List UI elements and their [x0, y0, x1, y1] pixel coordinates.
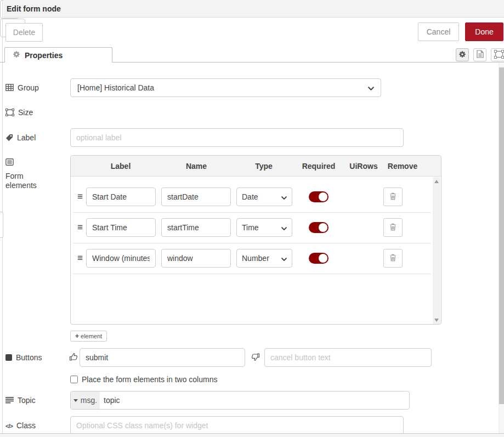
element-type-select[interactable]: Time	[236, 218, 292, 237]
form-element-row: ≡ Date	[71, 188, 433, 206]
label-input[interactable]	[70, 128, 404, 147]
remove-element-button[interactable]	[383, 249, 403, 268]
group-select[interactable]: [Home] Historical Data	[70, 78, 381, 97]
element-name-input[interactable]	[161, 249, 231, 268]
resize-icon	[5, 109, 14, 118]
scrollbar-thumb[interactable]	[499, 67, 504, 404]
cancel-button[interactable]: Cancel	[418, 22, 459, 41]
element-type-value: Date	[242, 192, 258, 201]
dialog-bottom-edge	[0, 433, 504, 437]
gear-icon	[13, 50, 20, 60]
size-field-label: Size	[5, 108, 67, 118]
required-toggle[interactable]	[309, 253, 329, 264]
remove-element-button[interactable]	[383, 218, 403, 237]
element-name-input[interactable]	[161, 188, 231, 206]
trash-icon	[389, 254, 397, 263]
submit-button-text-input[interactable]	[80, 348, 245, 367]
thumbs-up-icon	[69, 353, 78, 361]
chevron-down-icon	[281, 254, 287, 263]
row-divider	[73, 274, 431, 274]
chevron-down-icon	[281, 223, 287, 232]
sidebar-grip[interactable]	[0, 212, 3, 238]
group-select-value: [Home] Historical Data	[77, 83, 154, 92]
gear-icon	[458, 50, 466, 60]
element-type-value: Number	[242, 254, 269, 263]
remove-element-button[interactable]	[383, 188, 403, 206]
col-header-type: Type	[255, 162, 273, 171]
dialog-title: Edit form node	[7, 4, 61, 13]
topic-type-button[interactable]: msg.	[71, 391, 100, 409]
table-scrollbar[interactable]	[433, 177, 440, 325]
topic-typed-input: msg. topic	[70, 391, 410, 410]
dialog-header: Edit form node	[3, 0, 504, 18]
drag-handle-icon[interactable]: ≡	[75, 249, 86, 268]
tab-properties-label: Properties	[25, 51, 63, 60]
form-element-row: ≡ Time	[71, 218, 433, 237]
row-divider	[73, 243, 431, 243]
topic-type-label: msg.	[81, 396, 97, 405]
group-field-label: Group	[5, 83, 67, 93]
two-columns-checkbox[interactable]	[70, 376, 78, 383]
toggle-knob	[319, 223, 327, 232]
toggle-knob	[319, 192, 327, 201]
table-header: Label Name Type Required UiRows Remove	[71, 156, 441, 177]
element-type-value: Time	[242, 223, 259, 232]
dialog-scrollbar[interactable]	[499, 63, 504, 433]
class-field-label: </> Class	[5, 421, 67, 431]
element-name-input[interactable]	[161, 218, 231, 237]
document-icon	[477, 50, 484, 60]
trash-icon	[389, 192, 397, 202]
toggle-knob	[319, 254, 327, 263]
bars-icon	[5, 396, 14, 406]
tag-icon	[5, 134, 13, 144]
label-field-label: Label	[5, 133, 67, 144]
topic-field-label: Topic	[5, 396, 67, 406]
form-element-row: ≡ Number	[71, 249, 433, 268]
element-label-input[interactable]	[86, 249, 156, 268]
scroll-down-icon[interactable]	[434, 319, 439, 322]
description-button[interactable]	[473, 48, 486, 61]
appearance-button[interactable]	[491, 48, 504, 61]
add-element-button[interactable]: + element	[70, 331, 107, 342]
css-class-input[interactable]	[70, 416, 404, 435]
list-icon	[5, 158, 14, 168]
table-icon	[5, 84, 14, 93]
required-toggle[interactable]	[309, 191, 329, 202]
col-header-label: Label	[111, 162, 131, 171]
col-header-required: Required	[302, 162, 336, 171]
scroll-up-icon[interactable]	[434, 180, 439, 183]
edit-properties-button[interactable]	[456, 48, 469, 61]
chevron-down-icon	[281, 192, 287, 201]
drag-handle-icon[interactable]: ≡	[75, 188, 86, 206]
col-header-name: Name	[186, 162, 207, 171]
plus-icon: +	[75, 332, 79, 340]
drag-handle-icon[interactable]: ≡	[75, 218, 86, 237]
chevron-down-icon	[368, 83, 374, 92]
form-elements-table: Label Name Type Required UiRows Remove ≡…	[70, 155, 441, 325]
col-header-uirows: UiRows	[349, 162, 377, 171]
element-type-select[interactable]: Date	[236, 188, 292, 206]
element-label-input[interactable]	[86, 218, 156, 237]
cancel-button-text-input[interactable]	[264, 348, 432, 367]
caret-down-icon	[73, 399, 78, 402]
two-columns-label[interactable]: Place the form elements in two columns	[82, 375, 217, 384]
tab-properties[interactable]: Properties	[4, 47, 112, 63]
trash-icon	[389, 223, 397, 232]
thumbs-down-icon	[251, 353, 260, 361]
topic-value-input[interactable]: topic	[100, 391, 120, 409]
row-divider	[73, 212, 431, 213]
form-elements-label: Form elements	[5, 158, 55, 190]
element-type-select[interactable]: Number	[236, 249, 292, 268]
add-element-label: element	[81, 333, 102, 339]
done-button[interactable]: Done	[465, 22, 503, 41]
element-label-input[interactable]	[86, 188, 156, 206]
delete-button[interactable]: Delete	[5, 23, 43, 42]
buttons-field-label: Buttons	[5, 353, 67, 362]
appearance-icon	[494, 50, 504, 60]
square-icon	[5, 354, 12, 361]
col-header-remove: Remove	[388, 162, 417, 171]
required-toggle[interactable]	[309, 222, 329, 233]
code-icon: </>	[5, 422, 13, 431]
